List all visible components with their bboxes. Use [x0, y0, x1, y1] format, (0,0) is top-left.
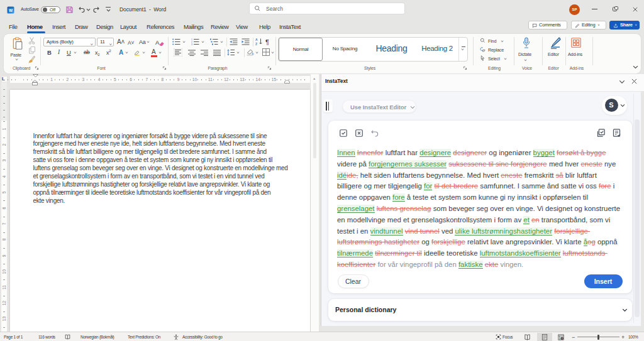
svg-text:W: W: [9, 8, 13, 13]
svg-text:2: 2: [191, 41, 192, 43]
svg-text:Z: Z: [255, 42, 257, 46]
svg-text:1: 1: [191, 38, 192, 41]
svg-text:3: 3: [191, 43, 192, 45]
svg-text:A: A: [255, 38, 258, 41]
